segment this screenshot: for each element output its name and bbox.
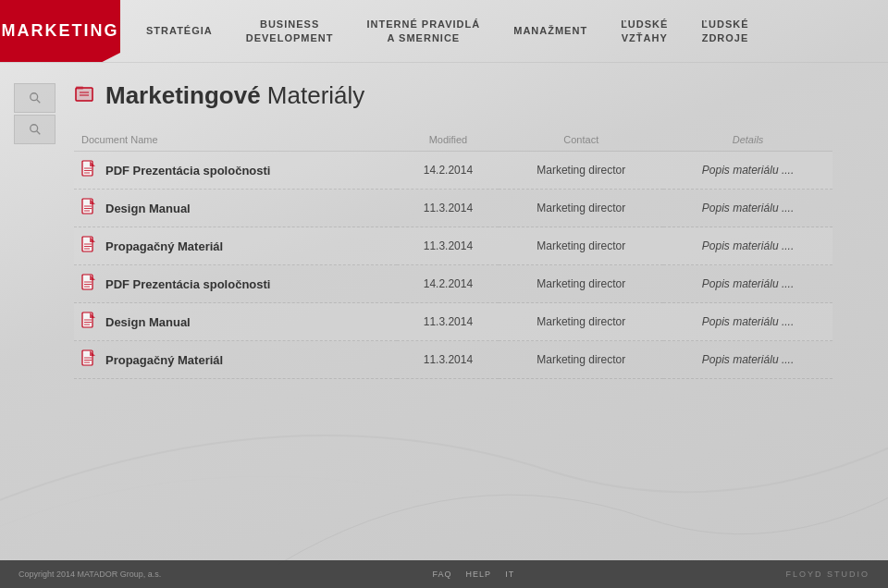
nav-item-business[interactable]: BUSINESS DEVELOPMENT <box>229 10 351 52</box>
table-row[interactable]: Design Manual 11.3.2014Marketing directo… <box>74 190 832 227</box>
table-row[interactable]: PDF Prezentácia spoločnosti 14.2.2014Mar… <box>74 265 832 303</box>
doc-modified: 14.2.2014 <box>397 265 499 303</box>
doc-contact: Marketing director <box>499 190 663 227</box>
doc-file-icon <box>81 274 96 294</box>
doc-modified: 11.3.2014 <box>397 303 499 341</box>
doc-file-icon <box>81 198 96 218</box>
sidebar-search-2[interactable] <box>14 115 56 144</box>
doc-contact: Marketing director <box>499 341 663 379</box>
doc-details: Popis materiálu .... <box>663 227 832 265</box>
table-row[interactable]: Propagačný Materiál 11.3.2014Marketing d… <box>74 227 832 265</box>
doc-file-icon <box>81 236 96 256</box>
doc-file-icon <box>81 312 96 332</box>
doc-name-text: PDF Prezentácia spoločnosti <box>105 277 270 291</box>
nav-item-ludske-zdroje[interactable]: ĽUDSKÉ ZDROJE <box>684 10 765 52</box>
doc-name-text: PDF Prezentácia spoločnosti <box>105 164 270 178</box>
nav-items: STRATÉGIA BUSINESS DEVELOPMENT INTERNÉ P… <box>120 0 888 62</box>
footer-links: FAQ HELP IT <box>433 570 515 579</box>
doc-modified: 11.3.2014 <box>397 341 499 379</box>
nav-item-ludske-vztahy[interactable]: ĽUDSKÉ VZŤAHY <box>604 10 684 52</box>
table-header-row: Document Name Modified Contact Details <box>74 129 832 152</box>
doc-file-icon <box>81 160 96 180</box>
col-header-modified: Modified <box>397 129 499 152</box>
doc-details: Popis materiálu .... <box>663 341 832 379</box>
doc-contact: Marketing director <box>499 303 663 341</box>
nav-item-interne[interactable]: INTERNÉ PRAVIDLÁ A SMERNICE <box>350 10 497 52</box>
svg-line-3 <box>36 131 40 135</box>
table-row[interactable]: Design Manual 11.3.2014Marketing directo… <box>74 303 832 341</box>
document-table: Document Name Modified Contact Details <box>74 129 832 379</box>
page-title-bold: Marketingové Materiály <box>105 81 364 110</box>
doc-modified: 11.3.2014 <box>397 227 499 265</box>
doc-contact: Marketing director <box>499 227 663 265</box>
doc-contact: Marketing director <box>499 265 663 303</box>
col-header-contact: Contact <box>499 129 663 152</box>
doc-name-text: Propagačný Materiál <box>105 353 223 367</box>
col-header-details: Details <box>663 129 832 152</box>
footer-link-it[interactable]: IT <box>505 570 514 579</box>
footer-link-faq[interactable]: FAQ <box>433 570 452 579</box>
doc-modified: 11.3.2014 <box>397 190 499 227</box>
svg-point-0 <box>30 93 37 101</box>
sidebar <box>14 83 56 144</box>
doc-details: Popis materiálu .... <box>663 303 832 341</box>
footer-copyright: Copyright 2014 MATADOR Group, a.s. <box>18 570 161 579</box>
svg-line-1 <box>36 100 40 104</box>
doc-name-text: Propagačný Materiál <box>105 239 223 253</box>
svg-point-2 <box>30 125 37 132</box>
search-icon-1 <box>29 92 42 104</box>
nav-logo[interactable]: MARKETING <box>0 0 120 62</box>
table-row[interactable]: Propagačný Materiál 11.3.2014Marketing d… <box>74 341 832 379</box>
footer-brand: FLOYD STUDIO <box>785 570 870 579</box>
navbar: MARKETING STRATÉGIA BUSINESS DEVELOPMENT… <box>0 0 888 63</box>
footer-link-help[interactable]: HELP <box>466 570 492 579</box>
search-icon-2 <box>29 123 42 136</box>
footer: Copyright 2014 MATADOR Group, a.s. FAQ H… <box>0 560 888 588</box>
doc-file-icon <box>81 349 96 370</box>
doc-details: Popis materiálu .... <box>663 190 832 227</box>
nav-item-strategia[interactable]: STRATÉGIA <box>130 17 229 44</box>
main-content: Marketingové Materiály Document Name Mod… <box>0 63 888 398</box>
col-header-name: Document Name <box>74 129 397 152</box>
doc-contact: Marketing director <box>499 152 663 190</box>
svg-rect-4 <box>76 88 92 101</box>
doc-details: Popis materiálu .... <box>663 265 832 303</box>
nav-logo-text: MARKETING <box>2 21 119 41</box>
doc-modified: 14.2.2014 <box>397 152 499 190</box>
table-row[interactable]: PDF Prezentácia spoločnosti 14.2.2014Mar… <box>74 152 832 190</box>
doc-name-text: Design Manual <box>105 315 191 329</box>
sidebar-search-1[interactable] <box>14 83 56 113</box>
nav-item-manazment[interactable]: MANAŽMENT <box>497 17 604 44</box>
doc-details: Popis materiálu .... <box>663 152 832 190</box>
doc-name-text: Design Manual <box>105 202 191 215</box>
folder-icon <box>74 83 94 108</box>
page-title: Marketingové Materiály <box>74 81 832 110</box>
